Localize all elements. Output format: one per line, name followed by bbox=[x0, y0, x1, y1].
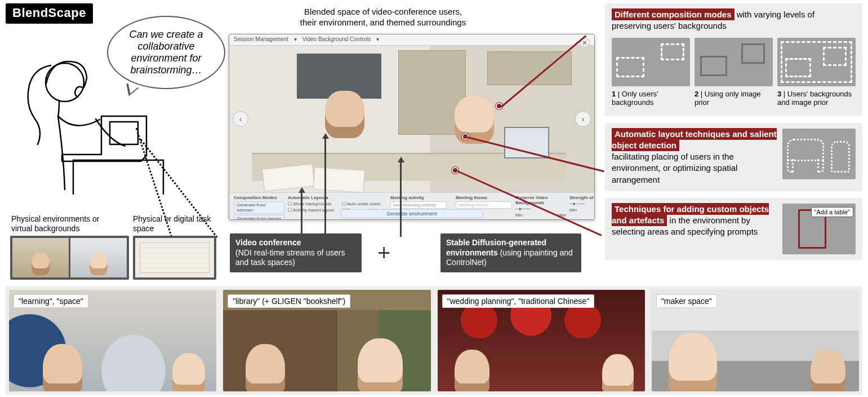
generated-environment: ‹ › bbox=[229, 46, 594, 192]
leader-arrow bbox=[400, 161, 402, 237]
section-pill: Automatic layout techniques and salient … bbox=[612, 128, 777, 151]
next-chevron-icon[interactable]: › bbox=[575, 111, 591, 127]
meeting-activity-input[interactable]: brainstorming activity bbox=[390, 201, 447, 209]
section-text: facilitating placing of users in the env… bbox=[612, 152, 737, 184]
sd-env-box: Stable Diffusion-generated environments … bbox=[440, 233, 581, 272]
darkbox-title: Video conference bbox=[235, 238, 301, 247]
add-object-diagram: "Add a table" bbox=[782, 204, 856, 254]
example-label: "wedding planning", "traditional Chinese… bbox=[442, 294, 595, 308]
leader-arrow bbox=[324, 138, 326, 237]
section-pill: Different composition modes bbox=[612, 8, 735, 20]
checkbox-item[interactable]: ☐ Show backgrounds bbox=[288, 201, 339, 206]
add-object-label: "Add a table" bbox=[811, 207, 853, 217]
task-label: Physical or digital task space bbox=[133, 214, 217, 233]
plus-symbol: + bbox=[377, 240, 390, 266]
video-panel-toolbar: Session Management ▾ Video Background Co… bbox=[229, 34, 594, 46]
speech-bubble: Can we create a collaborative environmen… bbox=[107, 16, 225, 89]
svg-point-0 bbox=[46, 63, 84, 102]
mode-card-1: 1 | Only users' backgrounds bbox=[612, 38, 690, 107]
layout-detection-diagram bbox=[782, 129, 856, 179]
gen-from-canvas-button[interactable]: Generate from canvas bbox=[234, 215, 284, 219]
video-panel-controls: Composition Modes Generate from webcam G… bbox=[229, 192, 594, 219]
prev-chevron-icon[interactable]: ‹ bbox=[233, 111, 248, 127]
toolbar-tab[interactable]: Session Management bbox=[234, 36, 288, 43]
leader-arrow bbox=[301, 192, 302, 237]
example-label: "library" (+ GLIGEN "bookshelf") bbox=[228, 294, 350, 308]
task-thumbnails bbox=[133, 236, 216, 280]
examples-row: "learning", "space" "library" (+ GLIGEN … bbox=[6, 286, 862, 395]
composition-modes-box: Different composition modes with varying… bbox=[605, 3, 862, 116]
control-header: Automatic Layouts bbox=[288, 195, 339, 200]
custom-objects-box: Techniques for adding custom objects and… bbox=[605, 198, 862, 260]
mode-card-2: 2 | Using only image prior bbox=[695, 38, 773, 107]
slider[interactable]: ─●─── bbox=[569, 201, 594, 206]
speech-bubble-text: Can we create a collaborative environmen… bbox=[117, 29, 215, 76]
user-face-2 bbox=[455, 96, 494, 144]
auto-layout-box: Automatic layout techniques and salient … bbox=[605, 123, 862, 191]
top-caption: Blended space of video-conference users,… bbox=[237, 7, 529, 28]
example-card: "maker space" bbox=[652, 290, 859, 391]
meeting-theme-input[interactable]: Meeting theme bbox=[456, 201, 512, 209]
left-panel: BlendScape Blended space of video-confer… bbox=[6, 3, 598, 280]
video-conf-box: Video conference (NDI real-time streams … bbox=[230, 233, 362, 272]
video-panel: Session Management ▾ Video Background Co… bbox=[229, 34, 595, 220]
example-card: "library" (+ GLIGEN "bookshelf") bbox=[223, 290, 430, 391]
mode-card-3: 3 | Users' backgrounds and image prior bbox=[777, 38, 856, 107]
gen-from-webcam-button[interactable]: Generate from webcam bbox=[234, 201, 284, 214]
control-header: Strength of Stylization bbox=[569, 195, 594, 200]
right-column: Different composition modes with varying… bbox=[605, 3, 862, 280]
env-label: Physical environments or virtual backgro… bbox=[11, 214, 113, 233]
checkbox-item[interactable]: ☐ Activity-based layout bbox=[288, 208, 339, 213]
checkbox-item[interactable]: ☐ Auto-scale users bbox=[342, 201, 387, 206]
toolbar-tab[interactable]: Video Background Controls bbox=[302, 36, 371, 43]
example-card: "wedding planning", "traditional Chinese… bbox=[438, 290, 645, 391]
title-chip: BlendScape bbox=[6, 3, 93, 24]
example-label: "maker space" bbox=[656, 294, 717, 308]
env-thumbnails bbox=[10, 236, 129, 280]
generate-environment-button[interactable]: Generate environment bbox=[341, 209, 483, 218]
control-header: Composition Modes bbox=[234, 195, 284, 200]
control-header: Meeting theme bbox=[456, 195, 512, 200]
example-label: "learning", "space" bbox=[14, 294, 88, 308]
user-face-1 bbox=[325, 91, 364, 138]
example-card: "learning", "space" bbox=[9, 290, 216, 391]
darkbox-text: (NDI real-time streams of users and task… bbox=[235, 248, 345, 267]
